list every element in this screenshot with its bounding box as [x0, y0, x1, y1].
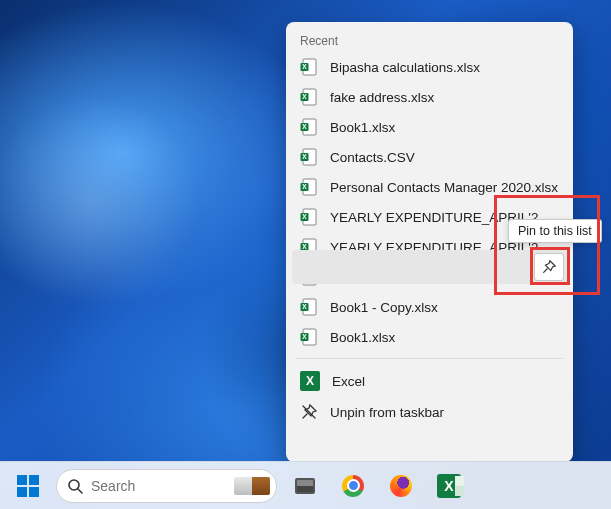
pin-icon [541, 259, 557, 275]
recent-file-label: Book1 - Copy.xlsx [330, 300, 438, 315]
unpin-label: Unpin from taskbar [330, 405, 444, 420]
svg-text:X: X [302, 63, 307, 70]
excel-file-icon: X [300, 148, 318, 166]
excel-file-icon: X [300, 298, 318, 316]
excel-file-icon: X [300, 208, 318, 226]
excel-app-icon: X [300, 371, 320, 391]
chrome-icon [342, 475, 364, 497]
recent-file-label: Personal Contacts Manager 2020.xlsx [330, 180, 558, 195]
taskbar-search[interactable] [56, 469, 277, 503]
recent-file-label: Bipasha calculations.xlsx [330, 60, 480, 75]
svg-text:X: X [302, 183, 307, 190]
recent-file-item[interactable]: X Contacts.CSV [286, 142, 573, 172]
unpin-icon [300, 403, 318, 421]
jumplist-header: Recent [286, 28, 573, 52]
excel-taskbar-button[interactable]: X [429, 466, 469, 506]
unpin-from-taskbar-item[interactable]: Unpin from taskbar [286, 397, 573, 427]
start-button[interactable] [8, 466, 48, 506]
recent-file-item[interactable]: X Book1.xlsx [286, 112, 573, 142]
svg-text:X: X [302, 153, 307, 160]
search-icon [67, 478, 83, 494]
task-view-button[interactable] [285, 466, 325, 506]
separator [296, 358, 563, 359]
excel-icon: X [437, 474, 461, 498]
excel-file-icon: X [300, 328, 318, 346]
svg-text:X: X [302, 123, 307, 130]
excel-file-icon: X [300, 58, 318, 76]
svg-text:X: X [302, 93, 307, 100]
hovered-row-highlight [292, 250, 567, 284]
svg-text:X: X [302, 213, 307, 220]
open-app-item[interactable]: X Excel [286, 365, 573, 397]
svg-text:X: X [302, 303, 307, 310]
recent-file-item[interactable]: X Personal Contacts Manager 2020.xlsx [286, 172, 573, 202]
open-app-label: Excel [332, 374, 365, 389]
chrome-taskbar-button[interactable] [333, 466, 373, 506]
windows-logo-icon [17, 475, 39, 497]
search-highlight-icon [234, 477, 270, 495]
recent-file-item[interactable]: X Book1 - Copy.xlsx [286, 292, 573, 322]
task-view-icon [295, 478, 315, 494]
svg-line-31 [78, 489, 82, 493]
recent-file-item[interactable]: X Book1.xlsx [286, 322, 573, 352]
firefox-icon [390, 475, 412, 497]
recent-file-label: Contacts.CSV [330, 150, 415, 165]
recent-file-label: Book1.xlsx [330, 330, 395, 345]
recent-file-label: Book1.xlsx [330, 120, 395, 135]
svg-text:X: X [302, 333, 307, 340]
pin-to-list-button[interactable] [534, 253, 564, 281]
firefox-taskbar-button[interactable] [381, 466, 421, 506]
recent-file-label: fake address.xlsx [330, 90, 434, 105]
pin-tooltip: Pin to this list [508, 219, 602, 243]
excel-file-icon: X [300, 178, 318, 196]
taskbar: X [0, 461, 611, 509]
recent-file-item[interactable]: X fake address.xlsx [286, 82, 573, 112]
recent-file-item[interactable]: X Bipasha calculations.xlsx [286, 52, 573, 82]
excel-file-icon: X [300, 118, 318, 136]
excel-file-icon: X [300, 88, 318, 106]
